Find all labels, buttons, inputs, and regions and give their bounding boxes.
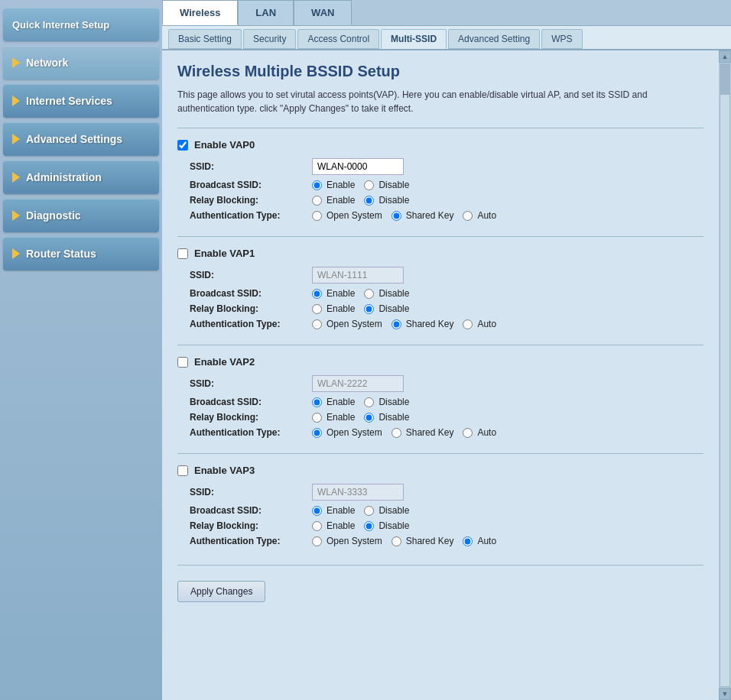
vap3-relay-disable-label[interactable]: Disable [364,520,409,531]
vap2-auth-auto-label[interactable]: Auto [463,427,496,438]
vap3-broadcast-enable-radio[interactable] [312,506,322,516]
vap1-relay-disable-label[interactable]: Disable [364,303,409,314]
vap1-auth-shared-label[interactable]: Shared Key [391,319,454,329]
sidebar-item-network[interactable]: Network [3,46,159,79]
vap1-auth-open-radio[interactable] [312,319,322,329]
sub-tab-security[interactable]: Security [243,29,296,49]
vap2-relay-disable-label[interactable]: Disable [364,412,409,423]
vap3-ssid-input[interactable] [312,484,404,501]
sub-tabs: Basic Setting Security Access Control Mu… [162,26,731,50]
vap2-ssid-input[interactable] [312,375,404,392]
vap0-auth-auto-radio[interactable] [463,211,473,221]
vap0-relay-disable-radio[interactable] [364,196,374,206]
vap3-relay-control: Enable Disable [312,520,409,531]
vap2-relay-disable-radio[interactable] [364,413,374,423]
sub-tab-basic-setting[interactable]: Basic Setting [168,29,242,49]
vap2-broadcast-row: Broadcast SSID: Enable Disable [177,397,703,407]
scroll-up-button[interactable]: ▲ [719,50,731,63]
apply-changes-button[interactable]: Apply Changes [177,581,265,602]
vap1-broadcast-enable-radio[interactable] [312,289,322,299]
sidebar-item-label: Router Status [26,248,96,260]
sidebar-item-diagnostic[interactable]: Diagnostic [3,199,159,232]
vap3-relay-enable-text: Enable [327,520,355,531]
vap1-ssid-input[interactable] [312,267,404,284]
vap3-auth-auto-label[interactable]: Auto [463,536,496,546]
vap2-relay-enable-radio[interactable] [312,413,322,423]
vap0-enable-checkbox[interactable] [177,140,188,151]
vap1-relay-disable-radio[interactable] [364,304,374,314]
vap0-auth-open-radio[interactable] [312,211,322,221]
vap3-auth-open-radio[interactable] [312,536,322,546]
vap3-broadcast-disable-radio[interactable] [364,506,374,516]
vap3-enable-checkbox[interactable] [177,465,188,476]
vap2-auth-shared-text: Shared Key [406,427,454,438]
sidebar-item-quick-internet-setup[interactable]: Quick Internet Setup [3,8,159,41]
vap0-relay-enable-label[interactable]: Enable [312,195,355,206]
vap1-relay-enable-radio[interactable] [312,304,322,314]
vap1-broadcast-label: Broadcast SSID: [190,288,312,299]
vap3-auth-shared-radio[interactable] [391,536,401,546]
tab-wan[interactable]: WAN [294,0,352,25]
vap1-broadcast-disable-label[interactable]: Disable [364,288,409,299]
sidebar-item-advanced-settings[interactable]: Advanced Settings [3,122,159,156]
vap0-auth-auto-label[interactable]: Auto [463,210,496,221]
vap0-auth-row: Authentication Type: Open System Shared … [177,210,703,221]
vap2-auth-shared-label[interactable]: Shared Key [391,427,454,438]
sidebar-item-internet-services[interactable]: Internet Services [3,84,159,118]
vap0-relay-disable-label[interactable]: Disable [364,195,409,206]
sidebar-item-administration[interactable]: Administration [3,160,159,194]
vap2-broadcast-enable-radio[interactable] [312,397,322,407]
tab-wireless[interactable]: Wireless [162,0,238,25]
vap3-relay-disable-radio[interactable] [364,521,374,531]
vap3-auth-shared-label[interactable]: Shared Key [391,536,454,546]
vap2-auth-open-radio[interactable] [312,428,322,438]
vap1-broadcast-row: Broadcast SSID: Enable Disable [177,288,703,299]
sub-tab-wps[interactable]: WPS [541,29,582,49]
vap0-broadcast-disable-label[interactable]: Disable [364,180,409,190]
vap2-broadcast-enable-label[interactable]: Enable [312,397,355,407]
vap1-enable-checkbox[interactable] [177,248,188,259]
vap3-auth-open-label[interactable]: Open System [312,536,382,546]
content-area: Wireless Multiple BSSID Setup This page … [162,50,731,700]
sidebar: Quick Internet Setup Network Internet Se… [0,0,162,700]
vap2-broadcast-disable-radio[interactable] [364,397,374,407]
vap1-broadcast-disable-radio[interactable] [364,289,374,299]
vap0-relay-enable-radio[interactable] [312,196,322,206]
vap1-broadcast-enable-text: Enable [327,288,355,299]
vap1-auth-auto-label[interactable]: Auto [463,319,496,329]
sidebar-item-router-status[interactable]: Router Status [3,237,159,271]
vap3-auth-auto-radio[interactable] [463,536,473,546]
vap0-auth-open-label[interactable]: Open System [312,210,382,221]
vap0-auth-shared-label[interactable]: Shared Key [391,210,454,221]
vap0-auth-shared-radio[interactable] [391,211,401,221]
sub-tab-advanced-setting[interactable]: Advanced Setting [448,29,540,49]
vap0-broadcast-disable-radio[interactable] [364,180,374,190]
sub-tab-multi-ssid[interactable]: Multi-SSID [381,29,447,49]
vap2-auth-shared-radio[interactable] [391,428,401,438]
vap2-auth-auto-radio[interactable] [463,428,473,438]
vap1-broadcast-disable-text: Disable [378,288,409,299]
vap2-auth-label: Authentication Type: [190,427,312,438]
vap1-ssid-control [312,267,404,284]
vap3-relay-enable-label[interactable]: Enable [312,520,355,531]
vap0-broadcast-enable-label[interactable]: Enable [312,180,355,190]
vap3-relay-enable-radio[interactable] [312,521,322,531]
vap0-broadcast-enable-radio[interactable] [312,180,322,190]
vap2-relay-enable-label[interactable]: Enable [312,412,355,423]
tab-lan[interactable]: LAN [238,0,294,25]
vap1-auth-open-label[interactable]: Open System [312,319,382,329]
vap2-enable-checkbox[interactable] [177,357,188,368]
scroll-track[interactable] [720,63,730,687]
scroll-thumb [720,64,729,95]
scroll-down-button[interactable]: ▼ [719,688,731,700]
vap1-broadcast-enable-label[interactable]: Enable [312,288,355,299]
vap1-relay-enable-label[interactable]: Enable [312,303,355,314]
sub-tab-access-control[interactable]: Access Control [297,29,379,49]
vap3-broadcast-enable-label[interactable]: Enable [312,505,355,516]
vap0-ssid-input[interactable] [312,158,404,175]
vap2-broadcast-disable-label[interactable]: Disable [364,397,409,407]
vap3-broadcast-disable-label[interactable]: Disable [364,505,409,516]
vap2-auth-open-label[interactable]: Open System [312,427,382,438]
vap1-auth-auto-radio[interactable] [463,319,473,329]
vap1-auth-shared-radio[interactable] [391,319,401,329]
